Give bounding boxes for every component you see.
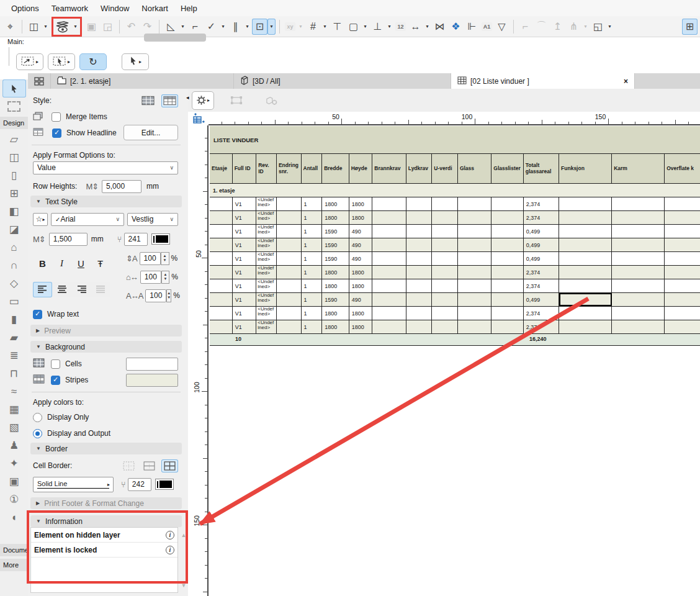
cell-uverdi[interactable] [432,197,458,210]
set-square-icon[interactable]: ◺ [163,19,179,35]
column-header-antall[interactable]: Antall [302,154,323,183]
cell-antall[interactable]: 1 [302,279,323,292]
dropdown-arrow-icon[interactable]: ▾ [385,19,393,35]
column-header-etasje[interactable]: Etasje [210,154,233,183]
tab-1[interactable]: [2. 1. etasje] [51,73,234,89]
cell-antall[interactable]: 1 [302,307,323,320]
cell-etasje[interactable] [210,211,233,224]
align-justify-button[interactable] [91,282,110,297]
toolbox-section-more[interactable]: More [0,559,28,571]
scheme-settings-button[interactable]: ▸ [192,91,214,110]
cell-etasje[interactable] [210,320,233,333]
cell-glass[interactable] [458,211,491,224]
cell-bredde[interactable]: 1590 [322,293,349,306]
wall-tool[interactable]: ▱ [2,130,26,148]
morph-tool[interactable]: ◇ [2,274,26,292]
cell-etasje[interactable] [210,238,233,251]
level-dimension-icon[interactable]: ▽ [494,19,509,35]
scroll-up-icon[interactable]: ▲ [179,532,188,538]
edit-button[interactable]: Edit... [123,125,178,140]
plumb-icon[interactable]: ⊥ [370,19,385,35]
cell-hoyde[interactable]: 490 [349,225,373,238]
info-icon[interactable] [166,546,174,554]
tab-close-icon[interactable]: × [612,77,628,86]
font-size-field[interactable]: 1,500 [49,233,88,246]
cells-checkbox[interactable] [51,359,60,369]
column-header-funksjon[interactable]: Funksjon [559,154,612,183]
cell-karm[interactable] [612,307,665,320]
cell-brannkrav[interactable] [372,320,406,333]
corner-window-tool[interactable]: ◧ [2,202,26,220]
cell-lydkrav[interactable] [406,211,433,224]
script-select[interactable]: Vestlig ∨ [127,213,178,226]
column-header-endringsnr[interactable]: Endringsnr. [277,154,302,183]
dropdown-arrow-icon[interactable]: ▾ [243,19,251,35]
information-item[interactable]: Element on hidden layer [31,528,177,543]
cell-etasje[interactable] [210,225,233,238]
cell-funksjon[interactable] [559,252,612,265]
cell-rev_id[interactable]: <Undefined> [256,252,277,265]
info-icon[interactable] [166,531,174,540]
strikethrough-button[interactable]: Ŧ [91,256,110,271]
cell-hoyde[interactable]: 490 [349,293,373,306]
text-pen-field[interactable]: 241 [124,233,148,246]
cell-funksjon[interactable] [559,225,612,238]
cell-antall[interactable]: 1 [302,266,323,279]
cell-endringsnr[interactable] [277,238,302,251]
cell-full_id[interactable]: V1 [233,266,257,279]
cell-rev_id[interactable]: <Undefined> [256,307,277,320]
cell-lydkrav[interactable] [406,293,433,306]
cell-glass[interactable] [458,307,491,320]
column-header-karm[interactable]: Karm [612,154,665,183]
quick-layers-icon[interactable] [54,19,71,35]
curtain-wall-tool[interactable]: ◫ [2,148,26,166]
cell-overflate[interactable] [665,225,700,238]
cell-lydkrav[interactable] [406,320,433,333]
shell-tool[interactable]: ∩ [2,256,26,274]
cell-bredde[interactable]: 1800 [322,197,349,210]
cell-glass[interactable] [458,320,491,333]
cell-uverdi[interactable] [432,238,458,251]
cell-bredde[interactable]: 1800 [322,279,349,292]
cell-hoyde[interactable]: 1800 [349,307,373,320]
cell-lydkrav[interactable] [406,197,433,210]
cell-rev_id[interactable]: <Undefined> [256,293,277,306]
cell-uverdi[interactable] [432,307,458,320]
cell-glassareal[interactable]: 2,374 [524,320,559,333]
cell-hoyde[interactable]: 490 [349,238,373,251]
cell-funksjon[interactable] [559,211,612,224]
parallel-lines-icon[interactable]: ∥ [228,19,243,35]
cell-glasslister[interactable] [491,238,523,251]
border-pen-field[interactable]: 242 [128,478,151,491]
line-type-select[interactable]: Solid Line [33,477,114,492]
cell-hoyde[interactable]: 1800 [349,211,373,224]
cell-brannkrav[interactable] [372,279,406,292]
merge-items-checkbox[interactable] [52,112,61,122]
marquee-tool[interactable] [2,97,26,115]
tab-3[interactable]: [02 Liste vinduer ]× [451,73,635,89]
section-preview[interactable]: ▶ Preview [30,325,182,336]
cell-brannkrav[interactable] [372,197,406,210]
cell-glass[interactable] [458,293,491,306]
cell-overflate[interactable] [665,293,700,306]
line-spacing-field[interactable]: 100 [140,252,161,265]
align-center-button[interactable] [52,282,71,297]
cell-glasslister[interactable] [491,211,523,224]
cell-endringsnr[interactable] [277,211,302,224]
cell-antall[interactable]: 1 [302,252,323,265]
cell-hoyde[interactable]: 1800 [349,266,373,279]
favorite-style-button[interactable]: ☆▸ [33,213,48,226]
cell-antall[interactable]: 1 [302,211,323,224]
cell-brannkrav[interactable] [372,225,406,238]
format-target-select[interactable]: Value ∨ [33,161,178,174]
inject-settings-icon[interactable]: ◲ [100,19,115,35]
underline-button[interactable]: U [71,256,91,271]
dropdown-arrow-icon[interactable]: ▾ [71,19,79,35]
cell-glass[interactable] [458,252,491,265]
cell-antall[interactable]: 1 [302,293,323,306]
cell-glassareal[interactable]: 0,499 [524,238,559,251]
cell-full_id[interactable]: V1 [233,252,257,265]
window-tool[interactable]: ⊞ [2,184,26,202]
column-header-full_id[interactable]: Full ID [233,154,257,183]
lamp-tool[interactable]: ✦ [2,454,26,472]
